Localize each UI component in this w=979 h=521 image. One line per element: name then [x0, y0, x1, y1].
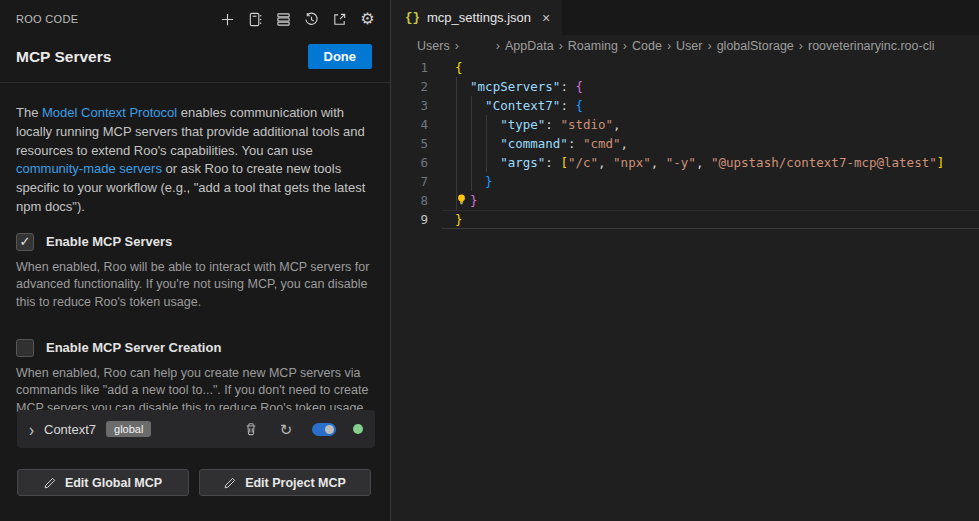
code-line[interactable]: 3 "Context7": { [392, 96, 979, 115]
code-editor[interactable]: 1{2 "mcpServers": {3 "Context7": {4 "typ… [392, 57, 979, 229]
code-line[interactable]: 4 "type": "stdio", [392, 115, 979, 134]
history-icon[interactable] [303, 11, 320, 28]
breadcrumb[interactable]: Users››AppData›Roaming›Code›User›globalS… [392, 35, 979, 57]
pencil-icon [44, 477, 56, 489]
server-status-dot [353, 424, 363, 434]
done-button[interactable]: Done [308, 44, 373, 69]
chevron-right-icon: › [799, 39, 803, 53]
notepad-icon[interactable] [247, 11, 264, 28]
enable-mcp-servers-checkbox[interactable]: ✓ [16, 233, 34, 251]
code-line[interactable]: 6 "args": ["/c", "npx", "-y", "@upstash/… [392, 153, 979, 172]
model-context-protocol-link[interactable]: Model Context Protocol [42, 105, 177, 120]
code-text: } [455, 172, 493, 191]
line-number: 9 [392, 210, 428, 229]
breadcrumb-item[interactable]: globalStorage [717, 39, 794, 53]
code-text: } [455, 191, 478, 210]
server-name: Context7 [44, 422, 96, 437]
panel-title: ROO CODE [16, 13, 78, 25]
line-number: 8 [392, 191, 428, 210]
chevron-right-icon: › [708, 39, 712, 53]
scope-badge: global [106, 421, 151, 437]
enable-mcp-servers-label: Enable MCP Servers [46, 234, 172, 249]
server-enabled-toggle[interactable] [312, 423, 336, 436]
plus-icon[interactable] [219, 11, 236, 28]
close-icon[interactable]: × [542, 10, 550, 26]
enable-mcp-creation-setting: Enable MCP Server Creation When enabled,… [0, 312, 390, 418]
chevron-right-icon: › [496, 39, 500, 53]
mcp-server-row-context7[interactable]: › Context7 global ↻ [17, 410, 375, 448]
code-text: "args": ["/c", "npx", "-y", "@upstash/co… [455, 153, 944, 172]
breadcrumb-item[interactable]: Roaming [568, 39, 618, 53]
code-text: { [455, 58, 463, 77]
roo-code-panel: ROO CODE ⚙ [0, 0, 391, 521]
line-number: 2 [392, 77, 428, 96]
chevron-right-icon: › [559, 39, 563, 53]
code-text: } [455, 210, 463, 229]
line-number: 7 [392, 172, 428, 191]
intro-text: The [16, 105, 42, 120]
enable-mcp-creation-checkbox[interactable] [16, 339, 34, 357]
breadcrumb-item[interactable]: Users [417, 39, 450, 53]
breadcrumb-item[interactable]: AppData [505, 39, 554, 53]
edit-global-mcp-button[interactable]: Edit Global MCP [17, 469, 189, 496]
delete-server-icon[interactable] [242, 420, 260, 438]
code-line[interactable]: 1{ [392, 58, 979, 77]
mcp-edit-buttons: Edit Global MCP Edit Project MCP [17, 469, 371, 496]
enable-mcp-servers-setting: ✓ Enable MCP Servers When enabled, Roo w… [0, 217, 390, 312]
edit-project-mcp-button[interactable]: Edit Project MCP [199, 469, 371, 496]
line-number: 4 [392, 115, 428, 134]
enable-mcp-creation-label: Enable MCP Server Creation [46, 340, 221, 355]
mcp-servers-icon[interactable] [275, 11, 292, 28]
breadcrumb-item[interactable]: rooveterinaryinc.roo-cli [808, 39, 934, 53]
code-line[interactable]: 8} [392, 191, 979, 210]
panel-header: ROO CODE ⚙ [0, 0, 390, 30]
toggle-knob [325, 425, 334, 434]
community-made-servers-link[interactable]: community-made servers [16, 161, 162, 176]
lightbulb-code-action-icon[interactable] [455, 192, 470, 205]
tab-mcp-settings-json[interactable]: {} mcp_settings.json × [392, 0, 562, 35]
pencil-icon [224, 477, 236, 489]
page-title: MCP Servers [16, 48, 111, 66]
code-line[interactable]: 7 } [392, 172, 979, 191]
line-number: 6 [392, 153, 428, 172]
line-number: 1 [392, 58, 428, 77]
settings-gear-icon[interactable]: ⚙ [359, 11, 376, 28]
code-text: "Context7": { [455, 96, 583, 115]
json-file-icon: {} [405, 11, 420, 25]
view-header: MCP Servers Done [0, 30, 390, 69]
tab-filename: mcp_settings.json [427, 10, 531, 25]
code-text: "mcpServers": { [455, 77, 583, 96]
line-number: 3 [392, 96, 428, 115]
code-line[interactable]: 2 "mcpServers": { [392, 77, 979, 96]
breadcrumb-item[interactable]: User [676, 39, 702, 53]
enable-mcp-servers-description: When enabled, Roo will be able to intera… [16, 259, 374, 312]
vscode-window: ROO CODE ⚙ [0, 0, 979, 521]
code-text: "type": "stdio", [455, 115, 621, 134]
chevron-right-icon[interactable]: › [29, 419, 34, 439]
current-line-highlight [442, 210, 979, 229]
panel-toolbar: ⚙ [219, 11, 376, 28]
open-external-icon[interactable] [331, 11, 348, 28]
code-line[interactable]: 5 "command": "cmd", [392, 134, 979, 153]
breadcrumb-item[interactable]: Code [632, 39, 662, 53]
editor-tab-bar: {} mcp_settings.json × [392, 0, 979, 35]
editor-group: {} mcp_settings.json × Users››AppData›Ro… [392, 0, 979, 521]
line-number: 5 [392, 134, 428, 153]
chevron-right-icon: › [623, 39, 627, 53]
chevron-right-icon: › [455, 39, 459, 53]
restart-server-icon[interactable]: ↻ [277, 420, 295, 438]
code-line[interactable]: 9} [392, 210, 979, 229]
chevron-right-icon: › [667, 39, 671, 53]
code-text: "command": "cmd", [455, 134, 628, 153]
mcp-description: The Model Context Protocol enables commu… [0, 83, 390, 217]
